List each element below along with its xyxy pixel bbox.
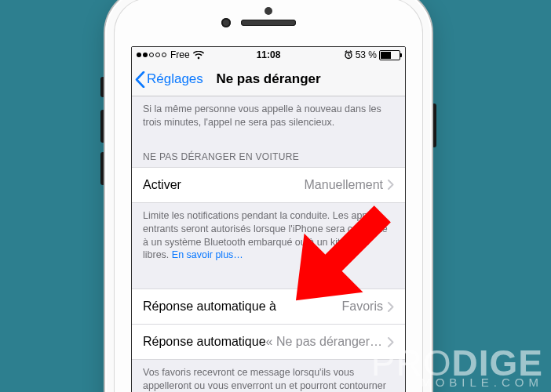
driving-section-header: NE PAS DÉRANGER EN VOITURE <box>132 140 405 167</box>
chevron-right-icon <box>388 302 394 312</box>
activate-value: Manuellement <box>305 178 384 192</box>
stage: Free 11:08 53 % <box>0 0 551 392</box>
earpiece-speaker <box>241 20 296 26</box>
screen: Free 11:08 53 % <box>131 46 406 392</box>
clock: 11:08 <box>257 49 281 60</box>
alarm-icon <box>344 50 353 60</box>
auto-reply-value: « Ne pas déranger en… <box>266 335 383 349</box>
auto-reply-label: Réponse automatique <box>143 335 266 349</box>
phone-bezel: Free 11:08 53 % <box>114 0 423 392</box>
watermark: PRODIGE MOBILE.COM <box>371 349 543 387</box>
proximity-sensor <box>265 7 272 15</box>
status-bar: Free 11:08 53 % <box>132 47 405 63</box>
chevron-right-icon <box>388 180 394 190</box>
power-button <box>432 103 436 147</box>
activate-label: Activer <box>143 178 181 192</box>
wifi-icon <box>193 51 204 60</box>
auto-reply-to-label: Réponse automatique à <box>143 299 276 314</box>
back-button[interactable]: Réglages <box>132 71 203 88</box>
learn-more-link[interactable]: En savoir plus… <box>172 249 243 260</box>
phone-body: Free 11:08 53 % <box>105 0 432 392</box>
battery-percent: 53 % <box>356 49 377 60</box>
repeated-calls-note: Si la même personne vous appelle à nouve… <box>132 96 405 140</box>
auto-reply-cell[interactable]: Réponse automatique « Ne pas déranger en… <box>132 325 405 360</box>
spacer <box>132 273 405 289</box>
activate-cell[interactable]: Activer Manuellement <box>132 167 405 203</box>
carrier-label: Free <box>170 49 190 60</box>
signal-icon <box>137 53 166 57</box>
back-label: Réglages <box>147 71 203 87</box>
chevron-left-icon <box>135 71 145 88</box>
battery-icon <box>379 50 400 60</box>
auto-reply-to-value: Favoris <box>342 299 383 314</box>
nav-bar: Réglages Ne pas déranger <box>132 63 405 96</box>
front-camera <box>221 18 231 27</box>
auto-reply-to-cell[interactable]: Réponse automatique à Favoris <box>132 289 405 325</box>
page-title: Ne pas déranger <box>216 71 320 87</box>
favorites-note: Vos favoris recevront ce message lorsqu'… <box>132 360 405 392</box>
driving-note: Limite les notifications pendant la cond… <box>132 203 405 274</box>
